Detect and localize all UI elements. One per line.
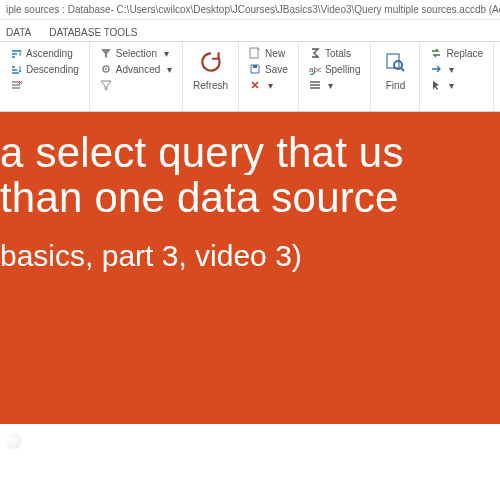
group-records: New Save ▾ — [239, 42, 299, 111]
selection-button[interactable]: Selection ▾ — [98, 46, 174, 60]
remove-sort-icon — [10, 79, 22, 91]
new-record-button[interactable]: New — [247, 46, 290, 60]
find-icon — [381, 48, 409, 76]
funnel-icon — [100, 47, 112, 59]
replace-button[interactable]: Replace — [428, 46, 485, 60]
refresh-label: Refresh — [193, 80, 228, 91]
title-bar: iple sources : Database- C:\Users\cwilco… — [0, 0, 500, 20]
cursor-icon — [430, 79, 442, 91]
group-sort-filter: Ascending Descending — [0, 42, 90, 111]
tab-data[interactable]: DATA — [0, 23, 37, 41]
find-label: Find — [386, 80, 405, 91]
selection-label: Selection — [116, 48, 157, 59]
sort-asc-label: Ascending — [26, 48, 73, 59]
new-label: New — [265, 48, 285, 59]
replace-label: Replace — [446, 48, 483, 59]
toggle-filter-button[interactable] — [98, 78, 174, 92]
select-button[interactable]: ▾ — [428, 78, 485, 92]
save-icon — [249, 63, 261, 75]
totals-label: Totals — [325, 48, 351, 59]
more-button[interactable]: ▾ — [307, 78, 363, 92]
tab-database-tools[interactable]: DATABASE TOOLS — [37, 23, 149, 41]
sort-desc-label: Descending — [26, 64, 79, 75]
toggle-filter-icon — [100, 79, 112, 91]
subheadline: basics, part 3, video 3) — [0, 239, 490, 273]
svg-rect-5 — [310, 81, 320, 83]
find-button[interactable]: Find — [377, 46, 413, 93]
svg-rect-3 — [253, 65, 257, 68]
svg-point-1 — [105, 68, 107, 70]
spelling-button[interactable]: abc Spelling — [307, 62, 363, 76]
svg-rect-6 — [310, 84, 320, 86]
save-label: Save — [265, 64, 288, 75]
spelling-label: Spelling — [325, 64, 361, 75]
delete-button[interactable]: ▾ — [247, 78, 290, 92]
ribbon-tabs: DATA DATABASE TOOLS — [0, 20, 500, 42]
new-icon — [249, 47, 261, 59]
group-refresh: Refresh — [183, 42, 239, 111]
more-icon — [309, 79, 321, 91]
group-font: B I U A — [494, 42, 500, 111]
sigma-icon — [309, 47, 321, 59]
spelling-icon: abc — [309, 63, 321, 75]
gear-small-icon — [100, 63, 112, 75]
replace-icon — [430, 47, 442, 59]
refresh-icon — [197, 48, 225, 76]
group-filter-opts: Selection ▾ Advanced ▾ — [90, 42, 183, 111]
title-text: iple sources : Database- C:\Users\cwilco… — [6, 4, 500, 15]
advanced-button[interactable]: Advanced ▾ — [98, 62, 174, 76]
headline-line2: than one data source — [0, 175, 490, 220]
group-find: Find — [371, 42, 420, 111]
ribbon: Ascending Descending — [0, 42, 500, 112]
delete-icon — [249, 79, 261, 91]
goto-button[interactable]: ▾ — [428, 62, 485, 76]
totals-button[interactable]: Totals — [307, 46, 363, 60]
save-button[interactable]: Save — [247, 62, 290, 76]
group-records-2: Totals abc Spelling ▾ — [299, 42, 372, 111]
sort-descending-button[interactable]: Descending — [8, 62, 81, 76]
svg-rect-2 — [250, 48, 258, 58]
group-find-extra: Replace ▾ ▾ — [420, 42, 494, 111]
remove-sort-button[interactable] — [8, 78, 81, 92]
headline-line1: a select query that us — [0, 130, 490, 175]
app-window: iple sources : Database- C:\Users\cwilco… — [0, 0, 500, 500]
advanced-label: Advanced — [116, 64, 160, 75]
sort-asc-icon — [10, 47, 22, 59]
refresh-all-button[interactable]: Refresh — [189, 46, 232, 93]
title-card: a select query that us than one data sou… — [0, 112, 500, 424]
goto-icon — [430, 63, 442, 75]
sort-desc-icon — [10, 63, 22, 75]
svg-rect-7 — [310, 87, 320, 89]
sort-ascending-button[interactable]: Ascending — [8, 46, 81, 60]
footer-band — [0, 424, 500, 500]
